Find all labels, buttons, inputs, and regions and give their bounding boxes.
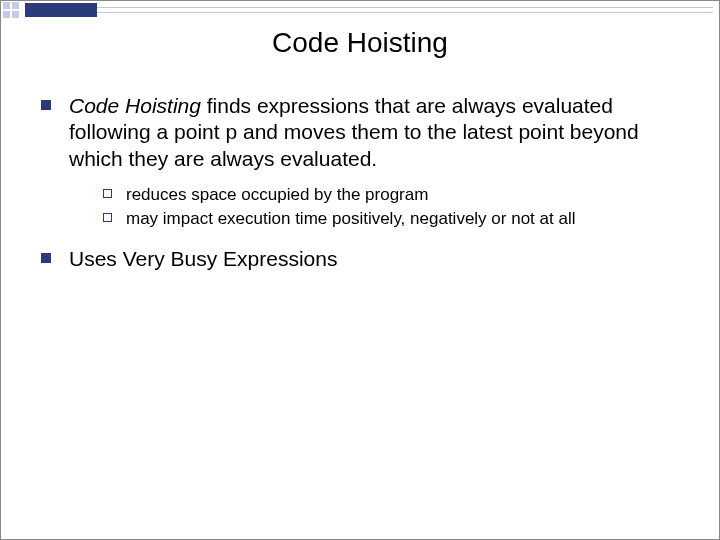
header-accent-block [25, 3, 97, 17]
sub-bullet-item: reduces space occupied by the program [103, 184, 679, 206]
bullet-lead-italic: Code Hoisting [69, 94, 201, 117]
slide-body: Code Hoisting finds expressions that are… [41, 93, 679, 284]
bullet-rest: Uses Very Busy Expressions [69, 247, 337, 270]
bullet-item: Code Hoisting finds expressions that are… [41, 93, 679, 172]
slide-header-decoration [1, 1, 719, 21]
bullet-icon [41, 100, 51, 110]
sub-bullet-text: may impact execution time positively, ne… [126, 208, 575, 230]
slide: Code Hoisting Code Hoisting finds expres… [0, 0, 720, 540]
sub-bullet-list: reduces space occupied by the program ma… [103, 184, 679, 230]
corner-grid-icon [1, 1, 25, 19]
slide-title: Code Hoisting [1, 27, 719, 59]
sub-bullet-item: may impact execution time positively, ne… [103, 208, 679, 230]
sub-bullet-icon [103, 189, 112, 198]
bullet-text: Uses Very Busy Expressions [69, 246, 337, 272]
sub-bullet-text: reduces space occupied by the program [126, 184, 428, 206]
bullet-item: Uses Very Busy Expressions [41, 246, 679, 272]
header-rule [97, 7, 713, 8]
bullet-text: Code Hoisting finds expressions that are… [69, 93, 679, 172]
bullet-icon [41, 253, 51, 263]
sub-bullet-icon [103, 213, 112, 222]
header-rule [97, 12, 713, 13]
